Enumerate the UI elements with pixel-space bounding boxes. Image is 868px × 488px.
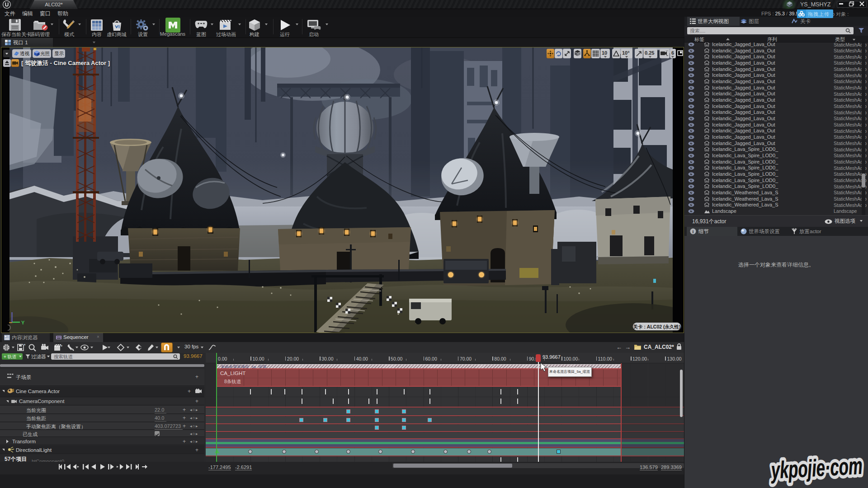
svg-text:i: i — [693, 229, 694, 234]
svg-text:ykpojie·com: ykpojie·com — [769, 452, 863, 484]
svg-text:Y: Y — [21, 320, 25, 325]
svg-text:*: * — [24, 343, 25, 347]
svg-text:+: + — [61, 344, 62, 348]
